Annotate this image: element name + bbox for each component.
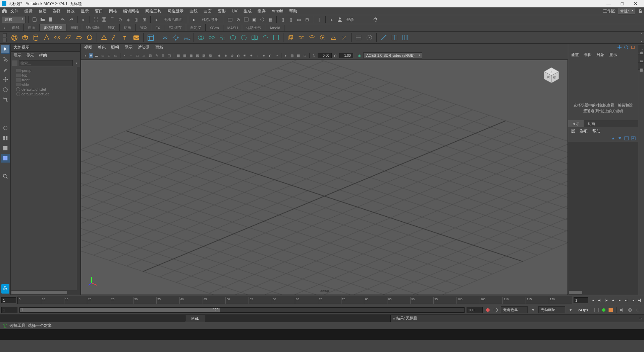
tab-animation[interactable]: 动画	[120, 24, 136, 31]
shelf-opts-icon[interactable]	[3, 33, 7, 37]
insert-loop-icon[interactable]	[390, 33, 399, 42]
center-pivot-icon[interactable]: 0,0,0	[182, 33, 191, 42]
shelf-scroll[interactable]: ▴▾	[640, 32, 643, 43]
menu-edit[interactable]: 编辑	[21, 8, 36, 15]
vp-menu-show[interactable]: 显示	[124, 45, 132, 50]
cmd-input[interactable]	[205, 315, 390, 322]
vp-gate-icon[interactable]: □	[135, 53, 140, 58]
open-scene-icon[interactable]	[39, 16, 46, 23]
vp-exposure-up-icon[interactable]: ▦	[296, 53, 301, 58]
tab-surfaces[interactable]: 曲面	[24, 24, 40, 31]
vp-camerabox-icon[interactable]: A	[89, 53, 93, 58]
vp-exposure-value[interactable]: 0.00	[318, 53, 332, 58]
layer-move-down-icon[interactable]	[617, 136, 623, 141]
outliner-tree[interactable]: persp top front side defaultLightSet def…	[11, 67, 80, 290]
tab-polymodeling[interactable]: 多边形建模	[40, 24, 66, 31]
3d-viewport[interactable]: persp 前 右 上	[81, 60, 568, 295]
bridge-icon[interactable]	[297, 33, 306, 42]
panel-1-icon[interactable]: ▯	[279, 16, 286, 23]
outliner-item-lightset[interactable]: defaultLightSet	[11, 87, 79, 92]
outliner-filter-icon[interactable]	[12, 60, 17, 66]
layout-outliner-icon[interactable]	[1, 154, 10, 163]
animlayer-dropdown-icon[interactable]: ▾	[567, 307, 574, 313]
prev-key-icon[interactable]: ◂|	[596, 297, 602, 303]
cmd-expand-icon[interactable]: ▭	[637, 316, 644, 320]
colorspace-selector[interactable]: ACES 1.0 SDR-video (sRGB)	[363, 52, 422, 58]
anim-end-field[interactable]: 200	[467, 307, 483, 313]
workspace-selector[interactable]: 常规*	[618, 8, 635, 14]
cb-menu-show[interactable]: 显示	[609, 52, 617, 58]
vp-gamma2-icon[interactable]: ◐	[333, 53, 338, 58]
menu-generate[interactable]: 生成	[240, 8, 255, 15]
select-tool-icon[interactable]	[1, 45, 10, 54]
range-slider-track[interactable]: 1 120	[19, 307, 465, 313]
vp-image-plane-icon[interactable]: ▭	[100, 53, 106, 58]
combine-icon[interactable]	[197, 33, 205, 42]
vp-shadows-icon[interactable]: ▩	[208, 53, 213, 58]
undo-icon[interactable]	[60, 16, 66, 23]
snap-toggle-icon[interactable]: ⊞	[141, 16, 148, 23]
charset-dropdown-icon[interactable]: ▾	[530, 307, 536, 313]
vp-select-camera-icon[interactable]: ▸	[83, 53, 88, 58]
boolean-icon[interactable]	[229, 33, 237, 42]
login-label[interactable]: 登录	[344, 17, 356, 22]
outliner-hscroll[interactable]	[11, 290, 80, 295]
render-globals-icon[interactable]	[259, 16, 266, 23]
vp-shaded-icon[interactable]: ▦	[176, 53, 181, 58]
cb-menu-edit[interactable]: 编辑	[584, 52, 592, 58]
vp-grease-icon[interactable]: ▭	[113, 53, 118, 58]
dock-tab-modeling[interactable]: 建模工具包	[638, 62, 644, 70]
svg-icon[interactable]: SVG	[132, 33, 141, 42]
poly-sphere-icon[interactable]	[10, 33, 19, 42]
target-weld-icon[interactable]	[365, 33, 374, 42]
retopo-icon[interactable]	[261, 33, 270, 42]
layer-new-selected-icon[interactable]	[631, 136, 636, 141]
play-back-icon[interactable]: ◂	[610, 297, 616, 303]
layer-move-up-icon[interactable]	[610, 136, 616, 141]
render-view-icon[interactable]: ▦	[267, 16, 274, 23]
vp-joint-icon[interactable]: ⊛	[229, 53, 235, 58]
menu-cache[interactable]: 缓存	[255, 8, 269, 15]
vp-bloom-icon[interactable]: ✧	[274, 53, 279, 58]
current-frame-field-right[interactable]: 1	[574, 297, 588, 303]
rotate-tool-icon[interactable]	[1, 85, 10, 94]
tab-scroll-icon[interactable]: ◂	[3, 26, 8, 30]
script-editor-icon[interactable]	[594, 307, 599, 313]
tab-sculpt[interactable]: 雕刻	[66, 24, 82, 31]
smooth-icon[interactable]	[239, 33, 248, 42]
separate-icon[interactable]	[207, 33, 216, 42]
extrude-icon[interactable]	[286, 33, 295, 42]
snap-point-icon[interactable]: ⊙	[117, 16, 123, 23]
tab-xgen[interactable]: XGen	[206, 25, 223, 31]
set-key-icon[interactable]	[485, 307, 491, 313]
layer-new-empty-icon[interactable]	[624, 136, 629, 141]
step-back-icon[interactable]: |◂	[603, 297, 609, 303]
login-dropdown-icon[interactable]: ▸	[328, 16, 335, 23]
cb-menu-object[interactable]: 对象	[596, 52, 604, 58]
outliner-search-input[interactable]	[19, 60, 73, 66]
offset-loop-icon[interactable]	[401, 33, 410, 42]
lock-icon[interactable]	[638, 9, 643, 13]
mirror-icon[interactable]	[250, 33, 259, 42]
dock-tab-channelbox[interactable]: 通道盒/层编辑器	[638, 45, 644, 53]
vp-flat-icon[interactable]: ▦	[189, 53, 194, 58]
minimize-button[interactable]: —	[602, 1, 615, 6]
outliner-menu-display[interactable]: 显示	[26, 53, 34, 58]
snap-curve-icon[interactable]: ⌒	[109, 16, 115, 23]
render-status-icon[interactable]	[608, 307, 613, 313]
time-slider-track[interactable]: 5101520253035404550556065707580859095100…	[17, 297, 572, 304]
panel-2-icon[interactable]: ▯	[287, 16, 294, 23]
vp-xray-icon[interactable]: ◈	[223, 53, 228, 58]
poly-helix-icon[interactable]	[110, 33, 119, 42]
outliner-item-persp[interactable]: persp	[11, 68, 79, 73]
menu-mesh[interactable]: 网格	[106, 8, 120, 15]
vp-textured-icon[interactable]: ▩	[195, 53, 200, 58]
snap-together-icon[interactable]	[161, 33, 169, 42]
menu-window[interactable]: 窗口	[92, 8, 106, 15]
autokey-icon[interactable]	[493, 307, 499, 313]
vp-lights-icon[interactable]: ▩	[201, 53, 207, 58]
fill-hole-icon[interactable]	[318, 33, 327, 42]
outliner-item-top[interactable]: top	[11, 73, 79, 78]
vp-smooth-icon[interactable]: ▦	[182, 53, 187, 58]
wechat-icon[interactable]	[602, 308, 605, 312]
